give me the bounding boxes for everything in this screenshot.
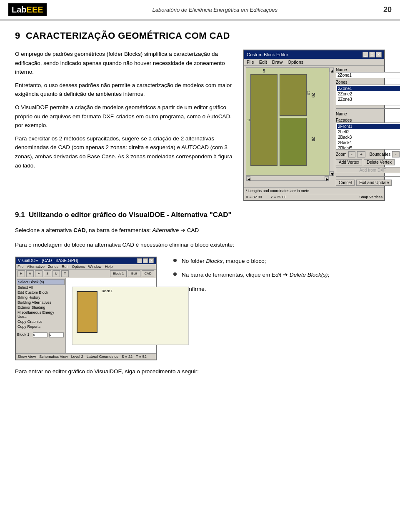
vdoe-data-row-1: Block 1 <box>17 332 65 338</box>
vdoe-menu-options[interactable]: Options <box>72 265 85 269</box>
vdoe-menu-alt[interactable]: Alternative <box>27 265 45 269</box>
vdoe-menu-run[interactable]: Run <box>62 265 69 269</box>
vdoe-status-level: Level 2 <box>71 355 83 359</box>
instr1-italic: Alternative <box>152 227 179 233</box>
cbe-boundaries-minus-btn[interactable]: - <box>392 151 399 157</box>
cbe-coord-y: Y = 25.00 <box>270 195 287 199</box>
cbe-facade-item-5[interactable]: 2Right5 <box>337 145 400 150</box>
vdoe-item-building-alt[interactable]: Building Alternatives <box>17 300 65 305</box>
cbe-menu-options[interactable]: Options <box>288 60 303 65</box>
scroll-down-btn[interactable]: ▼ <box>330 171 334 175</box>
cbe-exit-btn[interactable]: Exit and Update <box>356 180 392 186</box>
cbe-name-input[interactable] <box>336 72 400 78</box>
cbe-maximize-btn[interactable]: □ <box>369 52 375 57</box>
cbe-facade-item-1[interactable]: 2Front1 <box>337 124 400 129</box>
bullet-item-1: No folder Blocks, marque o bloco; <box>173 257 385 266</box>
body-para-4: Para exercitar os 2 métodos supracitados… <box>15 134 235 170</box>
vdoe-item-select-all[interactable]: Select All <box>17 285 65 290</box>
cbe-scrollbar-horizontal[interactable]: ◄ ► <box>246 176 329 181</box>
vdoe-max-btn[interactable]: □ <box>143 258 148 263</box>
vdoe-input-1[interactable] <box>33 332 48 337</box>
cbe-zoom-plus-btn[interactable]: + <box>357 151 365 157</box>
cbe-titlebar: Custom Block Editor _ □ ✕ <box>244 50 384 59</box>
intro-section: O emprego de padrões geométricos (folder… <box>15 50 385 201</box>
cbe-close-btn[interactable]: ✕ <box>376 52 382 57</box>
cbe-menu-draw[interactable]: Draw <box>272 60 283 65</box>
cbe-menubar: File Edit Draw Options <box>244 59 384 66</box>
vdoe-close-btn[interactable]: ✕ <box>149 258 154 263</box>
zone-right-bottom <box>280 118 307 166</box>
vdoe-tool-extra3[interactable]: CAD <box>142 270 154 277</box>
cbe-facade-item-3[interactable]: 2Back3 <box>337 135 400 140</box>
cbe-add-from-dxf-btn[interactable]: Add from DXF <box>336 167 400 173</box>
cbe-body: 20 20 10 5 10 ▲ ▼ <box>244 66 384 187</box>
cbe-zone-item-1[interactable]: 2Zone1 <box>337 86 400 91</box>
vdoe-tool-plus[interactable]: + <box>35 270 42 277</box>
cbe-add-vertex-btn[interactable]: Add Vertex <box>336 159 362 165</box>
vdoe-titlebar: VisualDOE - [CAD - BASE.GPH] _ □ ✕ <box>16 257 156 264</box>
subsection-title: 9.1 Utilizando o editor gráfico do Visua… <box>15 211 385 219</box>
vdoe-tool-extra1[interactable]: Block 1 <box>110 270 127 277</box>
vdoe-main-area: Block 1 <box>66 278 156 353</box>
vdoe-item-shading[interactable]: Exterior Shading <box>17 305 65 310</box>
bullet-dot-1 <box>173 259 177 262</box>
cbe-minimize-btn[interactable]: _ <box>362 52 368 57</box>
vdoe-item-select-block[interactable]: Select Block (s) <box>17 279 65 285</box>
vdoe-building-label: Block 1 <box>102 289 112 293</box>
cbe-window-col: Custom Block Editor _ □ ✕ File Edit Draw… <box>243 50 385 201</box>
cbe-delete-vertex-btn[interactable]: Delete Vertex <box>364 159 395 165</box>
cbe-canvas-row: 20 20 10 5 10 ▲ ▼ <box>246 67 334 176</box>
cbe-cancel-btn[interactable]: Cancel <box>336 180 355 186</box>
vdoe-input-2[interactable] <box>49 332 64 337</box>
cbe-scrollbar-vertical[interactable]: ▲ ▼ <box>329 67 334 176</box>
vdoe-status-s: S = 22 <box>122 355 132 359</box>
vdoe-status-schematics[interactable]: Schematics View <box>39 355 68 359</box>
vdoe-tool-t[interactable]: T <box>61 270 69 277</box>
vdoe-item-billing[interactable]: Billing History <box>17 295 65 300</box>
vdoe-item-edit-custom[interactable]: Edit Custom Block <box>17 290 65 295</box>
cbe-zone-item-3[interactable]: 2Zone3 <box>337 97 400 102</box>
vdoe-tool-h[interactable]: H <box>18 270 25 277</box>
cbe-right-panel: Name Zones 2Zone1 2Zone2 2Zone3 <box>336 67 400 186</box>
lower-section: VisualDOE - [CAD - BASE.GPH] _ □ ✕ File … <box>15 257 385 360</box>
cbe-name2-row: Name <box>336 112 400 116</box>
cbe-facade-item-2[interactable]: 2Left2 <box>337 129 400 135</box>
vdoe-tool-extra2[interactable]: Edit <box>128 270 140 277</box>
vdoe-tool-s[interactable]: S <box>44 270 51 277</box>
vdoe-tool-u[interactable]: U <box>52 270 60 277</box>
cbe-name2-label: Name <box>336 112 400 116</box>
instr1-bold: CAD <box>73 227 85 233</box>
vdoe-menu-help[interactable]: Help <box>105 265 113 269</box>
vdoe-menu-zones[interactable]: Zones <box>48 265 58 269</box>
vdoe-menu-file[interactable]: File <box>18 265 24 269</box>
cbe-facade-item-4[interactable]: 2Back4 <box>337 140 400 145</box>
cbe-title: Custom Block Editor <box>247 52 288 57</box>
scroll-right-btn[interactable]: ► <box>325 176 329 180</box>
vdoe-min-btn[interactable]: _ <box>137 258 142 263</box>
scroll-up-btn[interactable]: ▲ <box>330 68 334 72</box>
cbe-facades-label: Facades <box>336 118 400 122</box>
vdoe-left-data-section: Block 1 <box>17 331 65 338</box>
vdoe-item-copy-graphics[interactable]: Copy Graphics <box>17 319 65 324</box>
cbe-zoom-label: Zoom <box>336 152 347 157</box>
cbe-zones-label: Zones <box>336 80 400 85</box>
cbe-zone-item-2[interactable]: 2Zone2 <box>337 91 400 97</box>
cbe-zones-list: 2Zone1 2Zone2 2Zone3 <box>336 85 400 105</box>
vdoe-item-copy-reports[interactable]: Copy Reports <box>17 324 65 329</box>
cbe-status-bar: * Lengths and coordinates are in mete <box>244 187 384 194</box>
cbe-menu-file[interactable]: File <box>247 60 254 65</box>
instruction-1: Selecione a alternativa CAD, na barra de… <box>15 226 385 235</box>
cbe-canvas-area: 20 20 10 5 10 ▲ ▼ <box>246 67 334 186</box>
cbe-coord-x: X = 32.00 <box>246 195 262 199</box>
zone-right-top <box>280 74 307 116</box>
page-number: 20 <box>383 5 392 14</box>
vdoe-menu-window[interactable]: Window <box>88 265 102 269</box>
cbe-menu-edit[interactable]: Edit <box>259 60 267 65</box>
vdoe-tool-a[interactable]: A <box>26 270 34 277</box>
instruction-2: Para o modelagem do bloco na alternativa… <box>15 240 385 250</box>
vdoe-status-show[interactable]: Show View <box>18 355 36 359</box>
vdoe-item-misc[interactable]: Miscellaneous Energy Use... <box>17 310 65 319</box>
scroll-left-btn[interactable]: ◄ <box>246 176 250 180</box>
dim-label-20-right2: 20 <box>311 137 315 141</box>
cbe-zoom-minus-btn[interactable]: - <box>348 151 355 157</box>
